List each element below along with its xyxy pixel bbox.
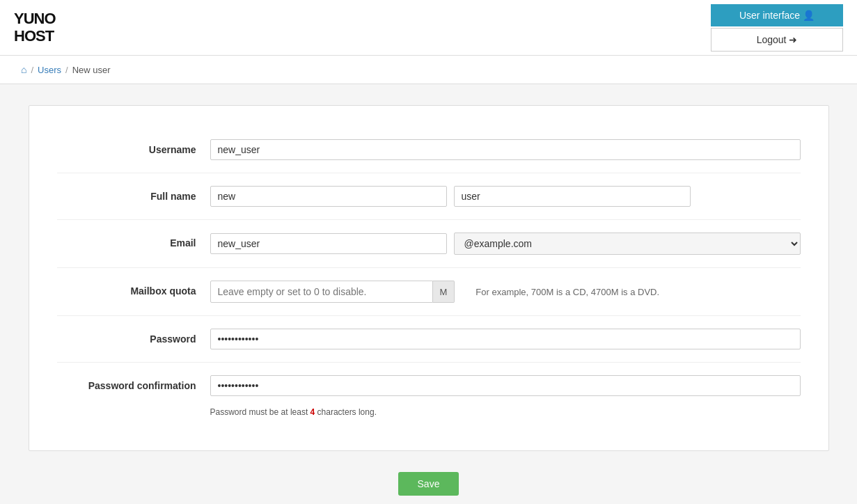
breadcrumb-sep-2: /	[65, 65, 68, 75]
quota-input[interactable]	[210, 281, 433, 303]
lastname-input[interactable]	[454, 186, 691, 207]
password-confirm-row: Password confirmation Password must be a…	[57, 363, 801, 430]
password-input[interactable]	[210, 329, 801, 349]
quota-unit: M	[433, 281, 455, 303]
email-controls: @example.com	[210, 233, 801, 255]
save-area: Save	[21, 472, 836, 496]
username-input[interactable]	[210, 139, 801, 160]
quota-hint: For example, 700M is a CD, 4700M is a DV…	[475, 287, 659, 297]
user-interface-button[interactable]: User interface 👤	[711, 4, 843, 26]
username-label: Username	[57, 139, 210, 155]
firstname-input[interactable]	[210, 186, 447, 207]
main-content: Username Full name Email @example.com Ma…	[0, 84, 857, 504]
breadcrumb-area: ⌂ / Users / New user	[0, 56, 857, 84]
home-icon[interactable]: ⌂	[21, 64, 26, 75]
breadcrumb-current: New user	[72, 65, 111, 75]
fullname-label: Full name	[57, 186, 210, 202]
logo: YUNO HOST	[14, 10, 56, 44]
password-row: Password	[57, 316, 801, 363]
header-nav: User interface 👤 Logout ➜	[711, 4, 843, 52]
password-hint: Password must be at least 4 characters l…	[210, 407, 801, 417]
password-confirm-controls: Password must be at least 4 characters l…	[210, 375, 801, 417]
breadcrumb-users-link[interactable]: Users	[38, 65, 61, 75]
mailbox-label: Mailbox quota	[57, 281, 210, 297]
form-card: Username Full name Email @example.com Ma…	[29, 105, 829, 451]
password-controls	[210, 329, 801, 349]
username-controls	[210, 139, 801, 160]
breadcrumb: ⌂ / Users / New user	[21, 64, 836, 75]
mailbox-controls: M For example, 700M is a CD, 4700M is a …	[210, 281, 801, 303]
email-local-input[interactable]	[210, 233, 447, 254]
header: YUNO HOST User interface 👤 Logout ➜	[0, 0, 857, 56]
email-row: Email @example.com	[57, 220, 801, 268]
email-domain-select[interactable]: @example.com	[454, 233, 801, 255]
quota-input-wrap: M	[210, 281, 455, 303]
username-row: Username	[57, 127, 801, 173]
password-confirm-input[interactable]	[210, 375, 801, 396]
fullname-row: Full name	[57, 173, 801, 220]
password-confirm-label: Password confirmation	[57, 375, 210, 391]
mailbox-row: Mailbox quota M For example, 700M is a C…	[57, 268, 801, 316]
logout-button[interactable]: Logout ➜	[711, 28, 843, 52]
password-label: Password	[57, 329, 210, 345]
save-button[interactable]: Save	[398, 472, 459, 496]
fullname-controls	[210, 186, 801, 207]
email-label: Email	[57, 233, 210, 249]
breadcrumb-sep-1: /	[31, 65, 33, 75]
